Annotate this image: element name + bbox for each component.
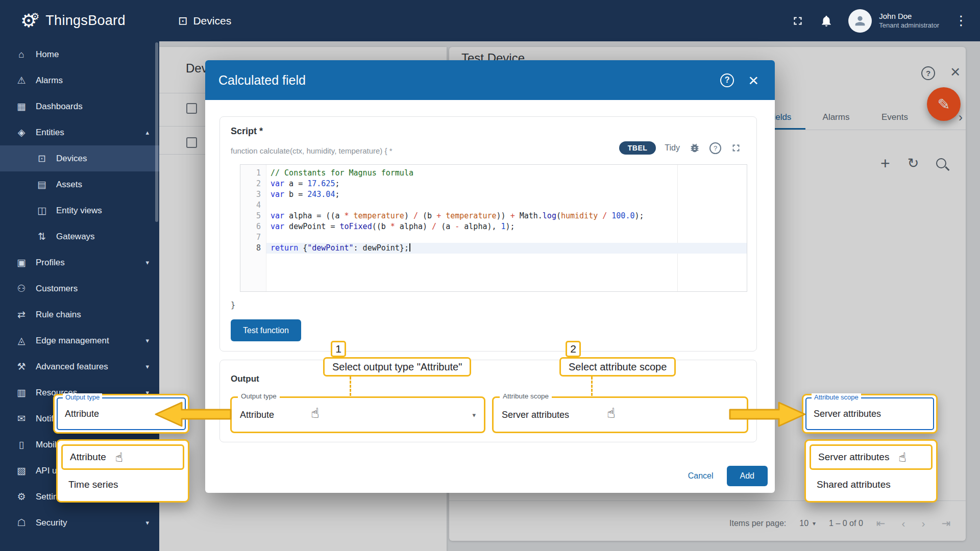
output-type-value: Attribute — [240, 410, 274, 420]
closing-brace: } — [231, 300, 235, 310]
option-label: Time series — [68, 479, 118, 490]
line-number: 4 — [240, 200, 261, 211]
option-shared-attributes[interactable]: Shared attributes — [810, 472, 933, 497]
code-editor[interactable]: 12345678 // Constants for Magnus formula… — [240, 164, 747, 292]
entities-icon: ◈ — [15, 127, 28, 138]
code-line: var b = 243.04; — [266, 189, 747, 200]
alarms-icon: ⚠ — [15, 74, 28, 86]
debug-bug-icon[interactable] — [689, 142, 701, 154]
attribute-scope-options-popup: Server attributes☝Shared attributes — [804, 439, 938, 503]
user-role: Tenant administrator — [879, 21, 939, 30]
sidebar-item-assets[interactable]: ▤Assets — [0, 171, 159, 197]
chevron-down-icon: ▾ — [472, 411, 476, 419]
code-line — [266, 232, 747, 243]
calculated-field-dialog: Calculated field ? × Script * function c… — [205, 60, 775, 493]
test-function-button[interactable]: Test function — [231, 319, 301, 341]
line-number: 1 — [240, 168, 261, 179]
option-server-attributes[interactable]: Server attributes☝ — [810, 444, 933, 470]
chevron-down-icon: ▾ — [145, 337, 149, 344]
mobile-center-icon: ▯ — [15, 439, 28, 450]
dialog-actions: Cancel Add — [680, 466, 768, 486]
brand[interactable]: ⚙⚙ ThingsBoard — [20, 10, 126, 32]
code-line: // Constants for Magnus formula — [266, 168, 747, 179]
text-caret — [409, 243, 410, 252]
line-number: 6 — [240, 221, 261, 232]
sidebar-item-advanced-features[interactable]: ⚒Advanced features▾ — [0, 354, 159, 380]
fullscreen-icon[interactable] — [791, 14, 804, 28]
more-menu-icon[interactable]: ⋮ — [954, 13, 968, 29]
cancel-button[interactable]: Cancel — [680, 466, 722, 486]
sidebar-item-label: Rule chains — [36, 310, 81, 320]
attribute-scope-popup-label: Attribute scope — [812, 393, 861, 401]
sidebar-item-entity-views[interactable]: ◫Entity views — [0, 197, 159, 223]
code-line: return {"dewPoint": dewPoint}; — [266, 243, 747, 254]
attribute-scope-label: Attribute scope — [500, 392, 552, 400]
sidebar-item-profiles[interactable]: ▣Profiles▾ — [0, 249, 159, 276]
gateways-icon: ⇅ — [36, 231, 48, 242]
settings-icon: ⚙ — [15, 491, 28, 503]
code-line: var a = 17.625; — [266, 179, 747, 189]
sidebar-item-label: Assets — [56, 180, 82, 190]
tbel-toggle[interactable]: TBEL — [619, 141, 656, 155]
output-type-popup-label: Output type — [63, 393, 102, 401]
option-label: Shared attributes — [817, 479, 891, 490]
sidebar-item-edge-management[interactable]: ◬Edge management▾ — [0, 328, 159, 354]
thingsboard-logo-icon: ⚙⚙ — [20, 10, 39, 32]
chevron-down-icon: ▾ — [145, 519, 149, 527]
assets-icon: ▤ — [36, 179, 48, 190]
code-line: var alpha = ((a * temperature) / (b + te… — [266, 211, 747, 221]
dialog-help-icon[interactable]: ? — [720, 73, 734, 87]
mouse-cursor-icon: ☝ — [115, 451, 123, 464]
devices-icon: ⊡ — [178, 14, 187, 28]
attribute-scope-popup-field[interactable]: Attribute scope Server attributes — [802, 394, 938, 434]
sidebar-item-home[interactable]: ⌂Home — [0, 41, 159, 67]
app-root: ⚙⚙ ThingsBoard ⊡ Devices John Doe Tenant… — [0, 0, 980, 551]
chevron-up-icon: ▴ — [145, 129, 149, 136]
output-type-select[interactable]: Output type Attribute ☝ ▾ — [230, 396, 485, 433]
attribute-scope-select[interactable]: Attribute scope Server attributes ☝ ▾ — [492, 396, 748, 433]
output-heading: Output — [231, 374, 259, 384]
function-signature: function calculate(ctx, humidity, temper… — [231, 146, 393, 155]
dialog-close-icon[interactable]: × — [748, 71, 758, 89]
dialog-title: Calculated field — [218, 73, 720, 88]
option-label: Server attributes — [818, 452, 889, 463]
sidebar-item-entities[interactable]: ◈Entities▴ — [0, 119, 159, 145]
sidebar-item-label: Security — [36, 518, 67, 528]
sidebar-item-alarms[interactable]: ⚠Alarms — [0, 67, 159, 93]
entity-views-icon: ◫ — [36, 205, 48, 216]
page-title: Devices — [193, 15, 231, 27]
notifications-bell-icon[interactable] — [820, 14, 833, 28]
user-avatar[interactable] — [848, 9, 872, 33]
sidebar-item-dashboards[interactable]: ▦Dashboards — [0, 93, 159, 119]
editor-fullscreen-icon[interactable] — [730, 142, 742, 154]
sidebar-item-label: Home — [36, 49, 59, 60]
script-help-icon[interactable]: ? — [709, 142, 721, 154]
api-usage-icon: ▧ — [15, 465, 28, 477]
sidebar-item-devices[interactable]: ⊡Devices — [0, 145, 159, 171]
devices-icon: ⊡ — [36, 153, 48, 164]
sidebar-item-rule-chains[interactable]: ⇄Rule chains — [0, 302, 159, 328]
option-attribute[interactable]: Attribute☝ — [61, 444, 184, 470]
output-section: Output Output type Attribute ☝ ▾ Attribu… — [219, 360, 757, 442]
sidebar-scrollbar[interactable] — [155, 42, 158, 222]
code-line — [266, 200, 747, 211]
mouse-cursor-icon: ☝ — [311, 407, 319, 420]
script-section: Script * function calculate(ctx, humidit… — [219, 116, 757, 352]
sidebar-item-gateways[interactable]: ⇅Gateways — [0, 223, 159, 249]
code-lines: // Constants for Magnus formulavar a = 1… — [266, 168, 747, 254]
option-time-series[interactable]: Time series — [61, 472, 184, 497]
tidy-button[interactable]: Tidy — [665, 143, 680, 153]
brand-name: ThingsBoard — [45, 13, 125, 29]
sidebar-item-label: Alarms — [36, 76, 63, 86]
output-type-popup-value: Attribute — [65, 409, 99, 419]
sidebar-item-label: Gateways — [56, 232, 95, 242]
sidebar-item-label: Entity views — [56, 206, 102, 216]
add-button[interactable]: Add — [727, 466, 768, 486]
resources-icon: ▥ — [15, 387, 28, 398]
line-number: 2 — [240, 179, 261, 189]
script-toolbar: TBEL Tidy ? — [619, 141, 742, 155]
sidebar-item-security[interactable]: ☖Security▾ — [0, 510, 159, 536]
sidebar-item-customers[interactable]: ⚇Customers — [0, 276, 159, 302]
code-line: var dewPoint = toFixed((b * alpha) / (a … — [266, 221, 747, 232]
security-icon: ☖ — [15, 517, 28, 529]
